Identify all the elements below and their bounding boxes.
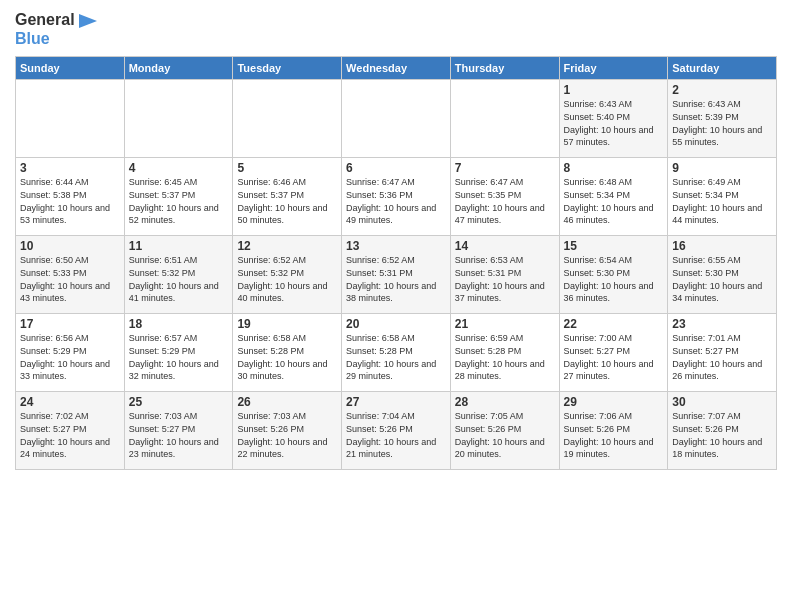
day-number: 11 — [129, 239, 229, 253]
day-number: 28 — [455, 395, 555, 409]
week-row-2: 3Sunrise: 6:44 AM Sunset: 5:38 PM Daylig… — [16, 158, 777, 236]
day-cell: 14Sunrise: 6:53 AM Sunset: 5:31 PM Dayli… — [450, 236, 559, 314]
day-cell — [124, 80, 233, 158]
day-info: Sunrise: 6:44 AM Sunset: 5:38 PM Dayligh… — [20, 176, 120, 226]
header-row: SundayMondayTuesdayWednesdayThursdayFrid… — [16, 57, 777, 80]
day-info: Sunrise: 6:58 AM Sunset: 5:28 PM Dayligh… — [346, 332, 446, 382]
day-cell: 8Sunrise: 6:48 AM Sunset: 5:34 PM Daylig… — [559, 158, 668, 236]
day-cell: 3Sunrise: 6:44 AM Sunset: 5:38 PM Daylig… — [16, 158, 125, 236]
day-cell: 15Sunrise: 6:54 AM Sunset: 5:30 PM Dayli… — [559, 236, 668, 314]
logo: General Blue — [15, 10, 97, 48]
day-cell: 11Sunrise: 6:51 AM Sunset: 5:32 PM Dayli… — [124, 236, 233, 314]
day-info: Sunrise: 6:56 AM Sunset: 5:29 PM Dayligh… — [20, 332, 120, 382]
day-number: 16 — [672, 239, 772, 253]
day-number: 6 — [346, 161, 446, 175]
day-number: 3 — [20, 161, 120, 175]
day-number: 2 — [672, 83, 772, 97]
calendar-table: SundayMondayTuesdayWednesdayThursdayFrid… — [15, 56, 777, 470]
day-info: Sunrise: 6:52 AM Sunset: 5:31 PM Dayligh… — [346, 254, 446, 304]
day-cell: 27Sunrise: 7:04 AM Sunset: 5:26 PM Dayli… — [342, 392, 451, 470]
day-info: Sunrise: 6:58 AM Sunset: 5:28 PM Dayligh… — [237, 332, 337, 382]
day-number: 14 — [455, 239, 555, 253]
col-header-monday: Monday — [124, 57, 233, 80]
day-info: Sunrise: 7:00 AM Sunset: 5:27 PM Dayligh… — [564, 332, 664, 382]
day-cell — [450, 80, 559, 158]
day-info: Sunrise: 7:03 AM Sunset: 5:26 PM Dayligh… — [237, 410, 337, 460]
day-cell: 23Sunrise: 7:01 AM Sunset: 5:27 PM Dayli… — [668, 314, 777, 392]
day-cell: 1Sunrise: 6:43 AM Sunset: 5:40 PM Daylig… — [559, 80, 668, 158]
day-number: 29 — [564, 395, 664, 409]
day-cell: 30Sunrise: 7:07 AM Sunset: 5:26 PM Dayli… — [668, 392, 777, 470]
day-number: 26 — [237, 395, 337, 409]
day-cell: 29Sunrise: 7:06 AM Sunset: 5:26 PM Dayli… — [559, 392, 668, 470]
day-cell: 5Sunrise: 6:46 AM Sunset: 5:37 PM Daylig… — [233, 158, 342, 236]
day-number: 22 — [564, 317, 664, 331]
day-cell — [233, 80, 342, 158]
svg-marker-0 — [79, 14, 97, 28]
day-info: Sunrise: 6:54 AM Sunset: 5:30 PM Dayligh… — [564, 254, 664, 304]
day-cell: 6Sunrise: 6:47 AM Sunset: 5:36 PM Daylig… — [342, 158, 451, 236]
day-info: Sunrise: 7:07 AM Sunset: 5:26 PM Dayligh… — [672, 410, 772, 460]
col-header-tuesday: Tuesday — [233, 57, 342, 80]
col-header-thursday: Thursday — [450, 57, 559, 80]
day-number: 8 — [564, 161, 664, 175]
day-number: 25 — [129, 395, 229, 409]
day-info: Sunrise: 6:52 AM Sunset: 5:32 PM Dayligh… — [237, 254, 337, 304]
day-number: 21 — [455, 317, 555, 331]
day-cell: 26Sunrise: 7:03 AM Sunset: 5:26 PM Dayli… — [233, 392, 342, 470]
day-info: Sunrise: 6:59 AM Sunset: 5:28 PM Dayligh… — [455, 332, 555, 382]
day-info: Sunrise: 6:49 AM Sunset: 5:34 PM Dayligh… — [672, 176, 772, 226]
day-number: 5 — [237, 161, 337, 175]
day-cell: 28Sunrise: 7:05 AM Sunset: 5:26 PM Dayli… — [450, 392, 559, 470]
day-cell: 10Sunrise: 6:50 AM Sunset: 5:33 PM Dayli… — [16, 236, 125, 314]
day-info: Sunrise: 6:53 AM Sunset: 5:31 PM Dayligh… — [455, 254, 555, 304]
day-cell: 9Sunrise: 6:49 AM Sunset: 5:34 PM Daylig… — [668, 158, 777, 236]
day-info: Sunrise: 7:01 AM Sunset: 5:27 PM Dayligh… — [672, 332, 772, 382]
week-row-3: 10Sunrise: 6:50 AM Sunset: 5:33 PM Dayli… — [16, 236, 777, 314]
day-info: Sunrise: 7:03 AM Sunset: 5:27 PM Dayligh… — [129, 410, 229, 460]
week-row-5: 24Sunrise: 7:02 AM Sunset: 5:27 PM Dayli… — [16, 392, 777, 470]
day-number: 13 — [346, 239, 446, 253]
day-number: 4 — [129, 161, 229, 175]
day-number: 27 — [346, 395, 446, 409]
day-info: Sunrise: 6:48 AM Sunset: 5:34 PM Dayligh… — [564, 176, 664, 226]
col-header-friday: Friday — [559, 57, 668, 80]
logo-text: General Blue — [15, 10, 97, 48]
day-info: Sunrise: 6:46 AM Sunset: 5:37 PM Dayligh… — [237, 176, 337, 226]
day-info: Sunrise: 6:43 AM Sunset: 5:39 PM Dayligh… — [672, 98, 772, 148]
day-number: 10 — [20, 239, 120, 253]
col-header-saturday: Saturday — [668, 57, 777, 80]
day-cell: 17Sunrise: 6:56 AM Sunset: 5:29 PM Dayli… — [16, 314, 125, 392]
day-number: 17 — [20, 317, 120, 331]
day-cell: 21Sunrise: 6:59 AM Sunset: 5:28 PM Dayli… — [450, 314, 559, 392]
day-number: 7 — [455, 161, 555, 175]
week-row-1: 1Sunrise: 6:43 AM Sunset: 5:40 PM Daylig… — [16, 80, 777, 158]
day-number: 15 — [564, 239, 664, 253]
day-cell: 2Sunrise: 6:43 AM Sunset: 5:39 PM Daylig… — [668, 80, 777, 158]
day-info: Sunrise: 6:57 AM Sunset: 5:29 PM Dayligh… — [129, 332, 229, 382]
day-info: Sunrise: 7:05 AM Sunset: 5:26 PM Dayligh… — [455, 410, 555, 460]
day-info: Sunrise: 7:04 AM Sunset: 5:26 PM Dayligh… — [346, 410, 446, 460]
day-info: Sunrise: 6:47 AM Sunset: 5:36 PM Dayligh… — [346, 176, 446, 226]
col-header-wednesday: Wednesday — [342, 57, 451, 80]
col-header-sunday: Sunday — [16, 57, 125, 80]
day-cell: 12Sunrise: 6:52 AM Sunset: 5:32 PM Dayli… — [233, 236, 342, 314]
day-cell: 18Sunrise: 6:57 AM Sunset: 5:29 PM Dayli… — [124, 314, 233, 392]
day-info: Sunrise: 6:55 AM Sunset: 5:30 PM Dayligh… — [672, 254, 772, 304]
day-cell: 22Sunrise: 7:00 AM Sunset: 5:27 PM Dayli… — [559, 314, 668, 392]
day-number: 19 — [237, 317, 337, 331]
day-cell: 13Sunrise: 6:52 AM Sunset: 5:31 PM Dayli… — [342, 236, 451, 314]
week-row-4: 17Sunrise: 6:56 AM Sunset: 5:29 PM Dayli… — [16, 314, 777, 392]
day-number: 1 — [564, 83, 664, 97]
day-cell: 4Sunrise: 6:45 AM Sunset: 5:37 PM Daylig… — [124, 158, 233, 236]
day-cell: 25Sunrise: 7:03 AM Sunset: 5:27 PM Dayli… — [124, 392, 233, 470]
day-cell: 19Sunrise: 6:58 AM Sunset: 5:28 PM Dayli… — [233, 314, 342, 392]
day-number: 20 — [346, 317, 446, 331]
day-cell — [16, 80, 125, 158]
day-info: Sunrise: 7:06 AM Sunset: 5:26 PM Dayligh… — [564, 410, 664, 460]
day-number: 30 — [672, 395, 772, 409]
page: General Blue SundayMondayTuesdayWednesda… — [0, 0, 792, 612]
day-cell — [342, 80, 451, 158]
day-info: Sunrise: 6:51 AM Sunset: 5:32 PM Dayligh… — [129, 254, 229, 304]
day-number: 9 — [672, 161, 772, 175]
